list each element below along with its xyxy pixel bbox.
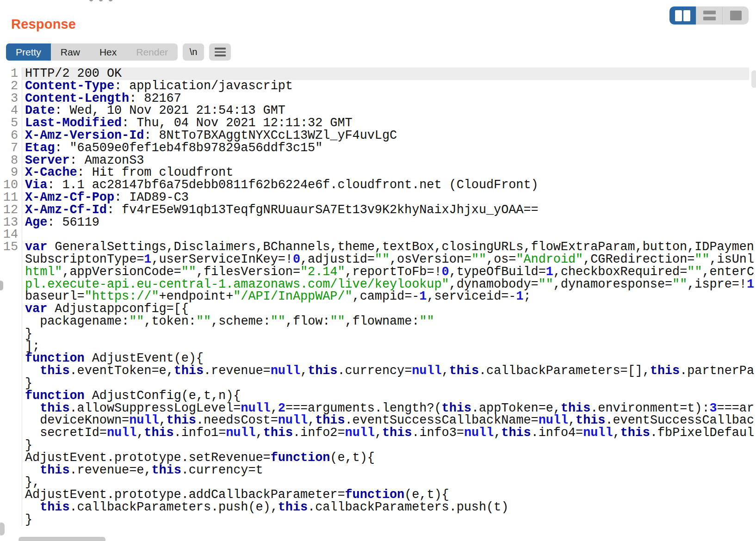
horizontal-scrollbar-thumb[interactable] [19, 537, 105, 541]
hamburger-icon [215, 48, 226, 49]
line-number [0, 352, 22, 365]
code-line-text: AdjustEvent.prototype.setRevenue=functio… [22, 452, 749, 464]
tab-hex[interactable]: Hex [90, 43, 126, 61]
code-line: var Adjustappconfig=[{ [0, 303, 756, 315]
line-number: 3 [0, 92, 22, 105]
line-number [0, 439, 22, 452]
line-number [0, 303, 22, 315]
line-number [0, 427, 22, 439]
single-layout-button[interactable] [722, 6, 749, 25]
columns-layout-icon [675, 10, 690, 21]
line-number [0, 340, 22, 353]
code-line: 1HTTP/2 200 OK [0, 68, 756, 80]
code-line: 8Server: AmazonS3 [0, 154, 756, 167]
line-number [0, 377, 22, 390]
tab-raw[interactable]: Raw [51, 43, 90, 61]
code-line-text: Content-Length: 82167 [22, 92, 749, 105]
rows-layout-button[interactable] [696, 6, 722, 25]
left-splitter-fragment [0, 281, 3, 290]
code-line-text: Date: Wed, 10 Nov 2021 21:54:13 GMT [22, 105, 749, 117]
code-line-text [22, 228, 749, 241]
code-line-text: ]; [22, 340, 749, 353]
line-number: 4 [0, 105, 22, 117]
code-line-text: } [22, 439, 749, 452]
line-number: 11 [0, 191, 22, 204]
response-panel-title: Response [11, 17, 76, 32]
editor-menu-button[interactable] [209, 43, 231, 61]
show-newlines-button[interactable]: \n [183, 43, 204, 61]
code-line-text: Etag: "6a509e0fef1eb4f8b97829a56ddf3c15" [22, 142, 749, 154]
line-number: 10 [0, 179, 22, 191]
line-number [0, 328, 22, 340]
code-line-text: }, [22, 476, 749, 489]
line-number [0, 501, 22, 514]
code-line: 15var GeneralSettings,Disclaimers,BChann… [0, 241, 756, 253]
code-line-text: X-Amz-Version-Id: 8NtTo7BXAggtNYXCcL13WZ… [22, 129, 749, 142]
code-line-text: } [22, 377, 749, 390]
code-line-text: pl.execute-api.eu-central-1.amazonaws.co… [22, 278, 749, 291]
tab-pretty[interactable]: Pretty [6, 43, 51, 61]
code-line: 6X-Amz-Version-Id: 8NtTo7BXAggtNYXCcL13W… [0, 129, 756, 142]
line-number: 12 [0, 204, 22, 216]
code-line-text: X-Cache: Hit from cloudfront [22, 166, 749, 179]
code-line: ]; [0, 340, 756, 353]
line-number: 1 [0, 68, 22, 80]
columns-layout-button[interactable] [669, 6, 696, 25]
line-number: 2 [0, 80, 22, 92]
code-line: 11X-Amz-Cf-Pop: IAD89-C3 [0, 191, 756, 204]
line-number: 15 [0, 241, 22, 253]
code-line-text: packagename:"",token:"",scheme:"",flow:"… [22, 315, 749, 328]
response-view-toolbar: Pretty Raw Hex Render \n [6, 43, 231, 61]
code-line: 14 [0, 228, 756, 241]
tab-render[interactable]: Render [126, 43, 178, 61]
code-line-text: X-Amz-Cf-Pop: IAD89-C3 [22, 191, 749, 204]
line-number [0, 253, 22, 266]
code-line-text: Age: 56119 [22, 216, 749, 229]
code-line: AdjustEvent.prototype.setRevenue=functio… [0, 452, 756, 464]
code-line-text: Last-Modified: Thu, 04 Nov 2021 12:11:32… [22, 117, 749, 129]
line-number: 13 [0, 216, 22, 229]
code-line: SubscriptonType=1,userServiceInKey=!0,ad… [0, 253, 756, 266]
vertical-scrollbar-thumb[interactable] [751, 70, 756, 88]
code-line-text: SubscriptonType=1,userServiceInKey=!0,ad… [22, 253, 749, 266]
line-number: 7 [0, 142, 22, 154]
code-line: deviceKnown=null,this.needsCost=null,thi… [0, 414, 756, 427]
code-line: 4Date: Wed, 10 Nov 2021 21:54:13 GMT [0, 105, 756, 117]
line-number: 5 [0, 117, 22, 129]
code-line-text: function AdjustConfig(e,t,n){ [22, 390, 749, 402]
code-line: }, [0, 476, 756, 489]
code-line-text: secretId=null,this.info1=null,this.info2… [22, 427, 749, 439]
line-number [0, 402, 22, 415]
line-number [0, 290, 22, 303]
line-number: 14 [0, 228, 22, 241]
code-line: } [0, 377, 756, 390]
code-line: 10Via: 1.1 ac28147bf6a75debb0811f62b6224… [0, 179, 756, 191]
code-line: } [0, 514, 756, 526]
code-line-text: } [22, 328, 749, 340]
code-line: this.callbackParameters.push(e),this.cal… [0, 501, 756, 514]
code-line: secretId=null,this.info1=null,this.info2… [0, 427, 756, 439]
line-number: 9 [0, 166, 22, 179]
code-line: } [0, 439, 756, 452]
code-line: packagename:"",token:"",scheme:"",flow:"… [0, 315, 756, 328]
code-line: 3Content-Length: 82167 [0, 92, 756, 105]
line-number [0, 266, 22, 278]
code-line: baseurl="https://"+endpoint+"/API/InAppW… [0, 290, 756, 303]
line-number [0, 476, 22, 489]
code-line-text: deviceKnown=null,this.needsCost=null,thi… [22, 414, 749, 427]
code-line-text: Server: AmazonS3 [22, 154, 749, 167]
line-number [0, 390, 22, 402]
code-line: this.revenue=e,this.currency=t [0, 464, 756, 477]
single-layout-icon [730, 11, 742, 20]
splitter-handle-icon[interactable] [89, 0, 112, 1]
code-line: } [0, 328, 756, 340]
code-line-text: this.eventToken=e,this.revenue=null,this… [22, 365, 749, 377]
code-line-text: this.callbackParameters.push(e),this.cal… [22, 501, 749, 514]
response-code-viewer[interactable]: 1HTTP/2 200 OK2Content-Type: application… [0, 68, 756, 529]
code-line: 9X-Cache: Hit from cloudfront [0, 166, 756, 179]
code-line-text: Via: 1.1 ac28147bf6a75debb0811f62b6224e6… [22, 179, 749, 191]
line-number [0, 278, 22, 291]
code-line-text: html",appVersionCode="",filesVersion="2.… [22, 266, 749, 278]
code-line-text: var Adjustappconfig=[{ [22, 303, 749, 315]
code-line-text: Content-Type: application/javascript [22, 80, 749, 92]
